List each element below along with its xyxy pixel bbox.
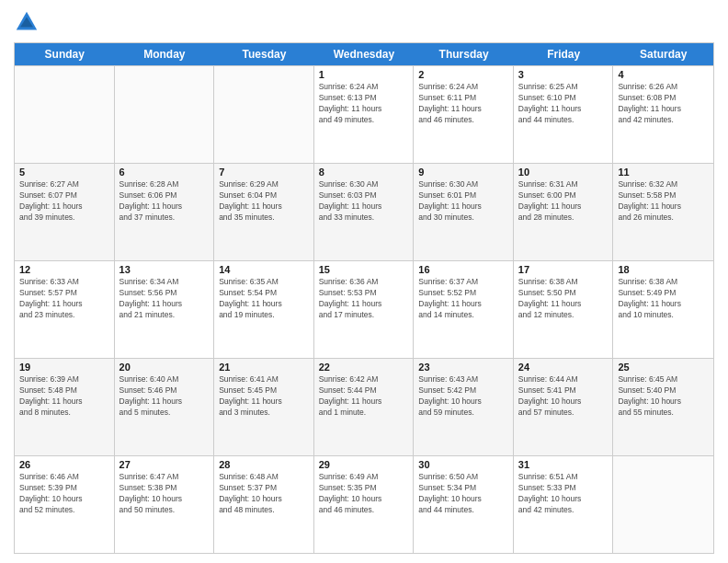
calendar-cell: 1Sunrise: 6:24 AM Sunset: 6:13 PM Daylig… bbox=[314, 66, 415, 163]
day-info: Sunrise: 6:30 AM Sunset: 6:01 PM Dayligh… bbox=[418, 179, 508, 224]
day-number: 6 bbox=[119, 167, 210, 178]
day-info: Sunrise: 6:38 AM Sunset: 5:49 PM Dayligh… bbox=[618, 277, 709, 321]
day-info: Sunrise: 6:39 AM Sunset: 5:48 PM Dayligh… bbox=[19, 374, 109, 419]
day-number: 13 bbox=[119, 264, 210, 275]
calendar-cell: 28Sunrise: 6:48 AM Sunset: 5:37 PM Dayli… bbox=[214, 456, 314, 553]
calendar-cell bbox=[613, 456, 713, 553]
calendar-header: SundayMondayTuesdayWednesdayThursdayFrid… bbox=[15, 43, 713, 65]
calendar-cell: 4Sunrise: 6:26 AM Sunset: 6:08 PM Daylig… bbox=[613, 66, 713, 163]
day-number: 15 bbox=[319, 264, 409, 275]
calendar-cell: 18Sunrise: 6:38 AM Sunset: 5:49 PM Dayli… bbox=[613, 261, 713, 358]
day-number: 28 bbox=[219, 459, 309, 470]
day-number: 2 bbox=[418, 69, 508, 80]
day-info: Sunrise: 6:44 AM Sunset: 5:41 PM Dayligh… bbox=[518, 374, 609, 419]
calendar-cell: 26Sunrise: 6:46 AM Sunset: 5:39 PM Dayli… bbox=[15, 456, 115, 553]
day-number: 18 bbox=[618, 264, 709, 275]
day-info: Sunrise: 6:28 AM Sunset: 6:06 PM Dayligh… bbox=[119, 179, 210, 224]
calendar-body: 1Sunrise: 6:24 AM Sunset: 6:13 PM Daylig… bbox=[15, 65, 713, 553]
day-number: 21 bbox=[219, 362, 309, 373]
day-info: Sunrise: 6:32 AM Sunset: 5:58 PM Dayligh… bbox=[618, 179, 709, 224]
page: SundayMondayTuesdayWednesdayThursdayFrid… bbox=[0, 0, 728, 563]
day-info: Sunrise: 6:45 AM Sunset: 5:40 PM Dayligh… bbox=[618, 374, 709, 419]
calendar-cell: 3Sunrise: 6:25 AM Sunset: 6:10 PM Daylig… bbox=[514, 66, 614, 163]
day-number: 20 bbox=[119, 362, 210, 373]
day-info: Sunrise: 6:35 AM Sunset: 5:54 PM Dayligh… bbox=[219, 277, 309, 321]
day-info: Sunrise: 6:37 AM Sunset: 5:52 PM Dayligh… bbox=[418, 277, 508, 321]
day-number: 27 bbox=[119, 459, 210, 470]
day-number: 30 bbox=[418, 459, 508, 470]
day-number: 31 bbox=[518, 459, 609, 470]
day-info: Sunrise: 6:46 AM Sunset: 5:39 PM Dayligh… bbox=[19, 472, 109, 516]
day-info: Sunrise: 6:26 AM Sunset: 6:08 PM Dayligh… bbox=[618, 82, 709, 126]
weekday-header: Tuesday bbox=[214, 43, 314, 65]
calendar-cell: 29Sunrise: 6:49 AM Sunset: 5:35 PM Dayli… bbox=[314, 456, 415, 553]
calendar: SundayMondayTuesdayWednesdayThursdayFrid… bbox=[14, 42, 714, 554]
day-number: 22 bbox=[319, 362, 409, 373]
calendar-cell: 2Sunrise: 6:24 AM Sunset: 6:11 PM Daylig… bbox=[414, 66, 514, 163]
calendar-cell: 20Sunrise: 6:40 AM Sunset: 5:46 PM Dayli… bbox=[115, 359, 215, 455]
calendar-cell: 24Sunrise: 6:44 AM Sunset: 5:41 PM Dayli… bbox=[514, 359, 614, 455]
calendar-cell: 19Sunrise: 6:39 AM Sunset: 5:48 PM Dayli… bbox=[15, 359, 115, 455]
calendar-cell: 8Sunrise: 6:30 AM Sunset: 6:03 PM Daylig… bbox=[314, 164, 415, 260]
calendar-cell: 10Sunrise: 6:31 AM Sunset: 6:00 PM Dayli… bbox=[514, 164, 614, 260]
calendar-cell: 15Sunrise: 6:36 AM Sunset: 5:53 PM Dayli… bbox=[314, 261, 415, 358]
day-number: 12 bbox=[19, 264, 109, 275]
day-number: 5 bbox=[19, 167, 109, 178]
weekday-header: Friday bbox=[514, 43, 614, 65]
calendar-cell: 12Sunrise: 6:33 AM Sunset: 5:57 PM Dayli… bbox=[15, 261, 115, 358]
day-info: Sunrise: 6:40 AM Sunset: 5:46 PM Dayligh… bbox=[119, 374, 210, 419]
calendar-cell: 7Sunrise: 6:29 AM Sunset: 6:04 PM Daylig… bbox=[214, 164, 314, 260]
day-info: Sunrise: 6:33 AM Sunset: 5:57 PM Dayligh… bbox=[19, 277, 109, 321]
day-info: Sunrise: 6:30 AM Sunset: 6:03 PM Dayligh… bbox=[319, 179, 409, 224]
day-number: 25 bbox=[618, 362, 709, 373]
calendar-row: 12Sunrise: 6:33 AM Sunset: 5:57 PM Dayli… bbox=[15, 260, 713, 358]
weekday-header: Saturday bbox=[613, 43, 713, 65]
calendar-cell: 31Sunrise: 6:51 AM Sunset: 5:33 PM Dayli… bbox=[514, 456, 614, 553]
day-number: 10 bbox=[518, 167, 609, 178]
day-info: Sunrise: 6:24 AM Sunset: 6:11 PM Dayligh… bbox=[418, 82, 508, 126]
calendar-cell: 14Sunrise: 6:35 AM Sunset: 5:54 PM Dayli… bbox=[214, 261, 314, 358]
day-number: 14 bbox=[219, 264, 309, 275]
day-info: Sunrise: 6:48 AM Sunset: 5:37 PM Dayligh… bbox=[219, 472, 309, 516]
calendar-cell: 16Sunrise: 6:37 AM Sunset: 5:52 PM Dayli… bbox=[414, 261, 514, 358]
logo-icon bbox=[14, 9, 40, 35]
calendar-cell: 27Sunrise: 6:47 AM Sunset: 5:38 PM Dayli… bbox=[115, 456, 215, 553]
day-info: Sunrise: 6:36 AM Sunset: 5:53 PM Dayligh… bbox=[319, 277, 409, 321]
calendar-cell bbox=[115, 66, 215, 163]
day-info: Sunrise: 6:49 AM Sunset: 5:35 PM Dayligh… bbox=[319, 472, 409, 516]
day-number: 9 bbox=[418, 167, 508, 178]
day-info: Sunrise: 6:38 AM Sunset: 5:50 PM Dayligh… bbox=[518, 277, 609, 321]
day-number: 23 bbox=[418, 362, 508, 373]
calendar-cell: 21Sunrise: 6:41 AM Sunset: 5:45 PM Dayli… bbox=[214, 359, 314, 455]
day-number: 11 bbox=[618, 167, 709, 178]
day-number: 1 bbox=[319, 69, 409, 80]
day-number: 24 bbox=[518, 362, 609, 373]
logo bbox=[14, 9, 43, 35]
calendar-cell bbox=[214, 66, 314, 163]
weekday-header: Monday bbox=[115, 43, 215, 65]
day-number: 17 bbox=[518, 264, 609, 275]
calendar-row: 1Sunrise: 6:24 AM Sunset: 6:13 PM Daylig… bbox=[15, 65, 713, 163]
calendar-cell: 9Sunrise: 6:30 AM Sunset: 6:01 PM Daylig… bbox=[414, 164, 514, 260]
day-number: 3 bbox=[518, 69, 609, 80]
day-info: Sunrise: 6:25 AM Sunset: 6:10 PM Dayligh… bbox=[518, 82, 609, 126]
day-number: 19 bbox=[19, 362, 109, 373]
day-number: 7 bbox=[219, 167, 309, 178]
header bbox=[14, 9, 714, 35]
day-info: Sunrise: 6:27 AM Sunset: 6:07 PM Dayligh… bbox=[19, 179, 109, 224]
day-number: 4 bbox=[618, 69, 709, 80]
calendar-row: 26Sunrise: 6:46 AM Sunset: 5:39 PM Dayli… bbox=[15, 455, 713, 553]
day-info: Sunrise: 6:47 AM Sunset: 5:38 PM Dayligh… bbox=[119, 472, 210, 516]
day-number: 29 bbox=[319, 459, 409, 470]
day-info: Sunrise: 6:43 AM Sunset: 5:42 PM Dayligh… bbox=[418, 374, 508, 419]
calendar-cell: 11Sunrise: 6:32 AM Sunset: 5:58 PM Dayli… bbox=[613, 164, 713, 260]
calendar-cell: 5Sunrise: 6:27 AM Sunset: 6:07 PM Daylig… bbox=[15, 164, 115, 260]
day-info: Sunrise: 6:24 AM Sunset: 6:13 PM Dayligh… bbox=[319, 82, 409, 126]
calendar-cell: 25Sunrise: 6:45 AM Sunset: 5:40 PM Dayli… bbox=[613, 359, 713, 455]
day-number: 8 bbox=[319, 167, 409, 178]
calendar-cell: 22Sunrise: 6:42 AM Sunset: 5:44 PM Dayli… bbox=[314, 359, 415, 455]
day-info: Sunrise: 6:31 AM Sunset: 6:00 PM Dayligh… bbox=[518, 179, 609, 224]
calendar-row: 5Sunrise: 6:27 AM Sunset: 6:07 PM Daylig… bbox=[15, 163, 713, 260]
calendar-cell bbox=[15, 66, 115, 163]
calendar-cell: 23Sunrise: 6:43 AM Sunset: 5:42 PM Dayli… bbox=[414, 359, 514, 455]
